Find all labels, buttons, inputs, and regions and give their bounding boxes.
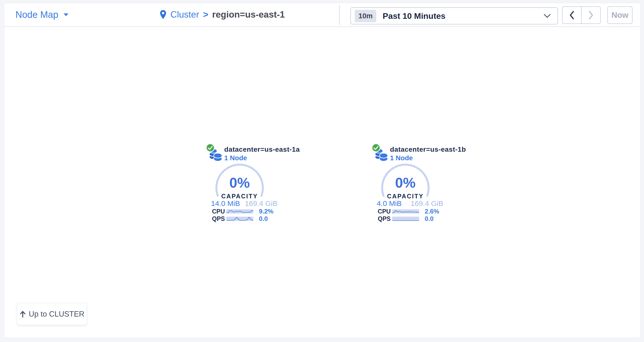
cpu-metric-row: CPU 2.6%	[378, 208, 439, 215]
qps-value: 0.0	[259, 215, 268, 223]
breadcrumb: Cluster > region=us-east-1	[160, 3, 285, 26]
qps-value: 0.0	[425, 215, 434, 223]
chevron-down-icon	[544, 14, 550, 18]
qps-label: QPS	[378, 215, 392, 222]
capacity-percent: 0%	[215, 174, 264, 191]
header-divider	[339, 5, 340, 25]
cpu-label: CPU	[378, 208, 392, 215]
capacity-total: 169.4 GiB	[245, 199, 278, 208]
capacity-label: CAPACITY	[381, 193, 430, 200]
cpu-label: CPU	[212, 208, 226, 215]
capacity-used: 14.0 MiB	[211, 199, 240, 208]
qps-sparkline	[392, 217, 419, 221]
locality-card-us-east-1b[interactable]: datacenter=us-east-1b 1 Node 0% CAPACITY…	[372, 143, 445, 226]
up-to-cluster-button[interactable]: Up to CLUSTER	[17, 303, 87, 325]
cpu-metric-row: CPU 9.2%	[212, 208, 273, 215]
check-circle-icon	[372, 143, 380, 152]
time-range-badge: 10m	[355, 10, 376, 22]
check-circle-icon	[206, 143, 215, 152]
breadcrumb-separator: >	[203, 9, 208, 20]
location-pin-icon	[160, 10, 166, 19]
node-map-panel: Node Map Cluster > region=us-east-1 10m …	[4, 3, 640, 338]
now-button-label: Now	[612, 10, 628, 20]
breadcrumb-link-cluster[interactable]: Cluster	[170, 9, 199, 20]
cpu-sparkline	[392, 209, 419, 214]
locality-title: datacenter=us-east-1a	[224, 146, 300, 153]
time-range-label: Past 10 Minutes	[383, 11, 446, 21]
qps-metric-row: QPS 0.0	[212, 215, 268, 223]
cpu-value: 9.2%	[259, 208, 273, 215]
capacity-values: 14.0 MiB 169.4 GiB	[211, 199, 278, 208]
time-step-buttons	[562, 6, 601, 24]
locality-node-count: 1 Node	[390, 154, 413, 162]
now-button[interactable]: Now	[607, 6, 632, 24]
chevron-right-icon	[588, 11, 594, 19]
up-to-cluster-label: Up to CLUSTER	[29, 310, 84, 319]
view-selector-label: Node Map	[16, 9, 58, 20]
time-step-forward-button[interactable]	[582, 7, 600, 23]
breadcrumb-current: region=us-east-1	[212, 9, 285, 20]
time-step-back-button[interactable]	[562, 7, 582, 23]
time-range-dropdown[interactable]: 10m Past 10 Minutes	[350, 7, 558, 24]
capacity-used: 4.0 MiB	[377, 199, 402, 208]
qps-metric-row: QPS 0.0	[378, 215, 434, 223]
locality-title: datacenter=us-east-1b	[390, 146, 466, 153]
locality-card-us-east-1a[interactable]: datacenter=us-east-1a 1 Node 0% CAPACITY…	[206, 143, 279, 226]
capacity-values: 4.0 MiB 169.4 GiB	[377, 199, 443, 208]
cpu-value: 2.6%	[425, 208, 439, 215]
view-selector-dropdown[interactable]: Node Map	[16, 3, 69, 26]
caret-down-icon	[63, 13, 69, 16]
locality-node-count: 1 Node	[224, 154, 247, 162]
cpu-sparkline	[226, 209, 253, 214]
capacity-label: CAPACITY	[215, 193, 264, 200]
chevron-left-icon	[569, 11, 574, 19]
qps-sparkline	[226, 217, 253, 221]
qps-label: QPS	[212, 215, 226, 222]
capacity-percent: 0%	[381, 174, 430, 191]
arrow-up-icon	[20, 311, 26, 318]
header-bar: Node Map Cluster > region=us-east-1 10m …	[4, 3, 640, 27]
capacity-total: 169.4 GiB	[411, 199, 443, 208]
